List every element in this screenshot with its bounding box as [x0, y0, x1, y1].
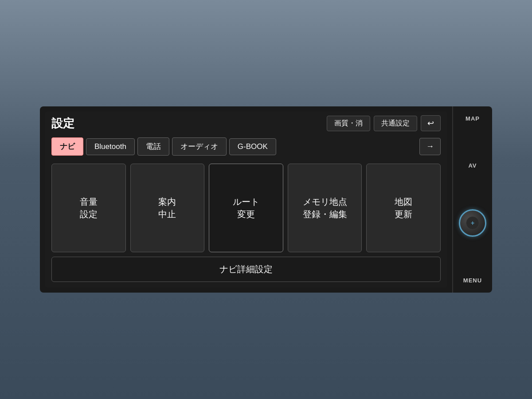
tab-bluetooth[interactable]: Bluetooth: [86, 138, 135, 155]
memory-point-button[interactable]: メモリ地点登録・編集: [288, 164, 362, 252]
common-settings-button[interactable]: 共通設定: [374, 116, 417, 131]
route-change-button[interactable]: ルート変更: [209, 164, 283, 252]
guide-stop-button[interactable]: 案内中止: [130, 164, 205, 252]
tab-next-arrow[interactable]: →: [419, 138, 441, 155]
quality-button[interactable]: 画質・消: [327, 116, 370, 131]
tab-gbook[interactable]: G-BOOK: [229, 138, 276, 155]
menu-button[interactable]: MENU: [463, 277, 482, 284]
av-button[interactable]: AV: [468, 162, 477, 169]
side-panel: MAP AV + MENU: [452, 106, 492, 293]
tab-row: ナビ Bluetooth 電話 オーディオ G-BOOK →: [45, 135, 447, 158]
back-button[interactable]: ↩: [421, 115, 441, 131]
knob-plus-icon: +: [471, 220, 474, 226]
car-dashboard: 設定 画質・消 共通設定 ↩ ナビ Bluetooth 電話 オーディオ G-B…: [0, 0, 532, 399]
tab-phone[interactable]: 電話: [137, 137, 169, 156]
knob-inner: +: [466, 216, 479, 230]
tab-audio[interactable]: オーディオ: [172, 137, 227, 156]
screen: 設定 画質・消 共通設定 ↩ ナビ Bluetooth 電話 オーディオ G-B…: [45, 112, 447, 287]
content-area: 音量設定 案内中止 ルート変更 メモリ地点登録・編集 地図更新 ナビ詳細設定: [45, 158, 447, 287]
menu-button-grid: 音量設定 案内中止 ルート変更 メモリ地点登録・編集 地図更新: [51, 164, 441, 252]
screen-bezel: 設定 画質・消 共通設定 ↩ ナビ Bluetooth 電話 オーディオ G-B…: [40, 106, 452, 293]
volume-knob[interactable]: +: [459, 209, 486, 237]
volume-settings-button[interactable]: 音量設定: [51, 164, 126, 252]
head-unit: 設定 画質・消 共通設定 ↩ ナビ Bluetooth 電話 オーディオ G-B…: [40, 106, 492, 293]
map-update-button[interactable]: 地図更新: [366, 164, 441, 252]
tab-navi[interactable]: ナビ: [51, 137, 83, 156]
header-row: 設定 画質・消 共通設定 ↩: [45, 112, 447, 135]
navi-detail-settings-button[interactable]: ナビ詳細設定: [51, 257, 441, 282]
map-button[interactable]: MAP: [466, 115, 480, 122]
volume-knob-container: +: [459, 209, 486, 237]
page-title: 設定: [51, 116, 74, 131]
